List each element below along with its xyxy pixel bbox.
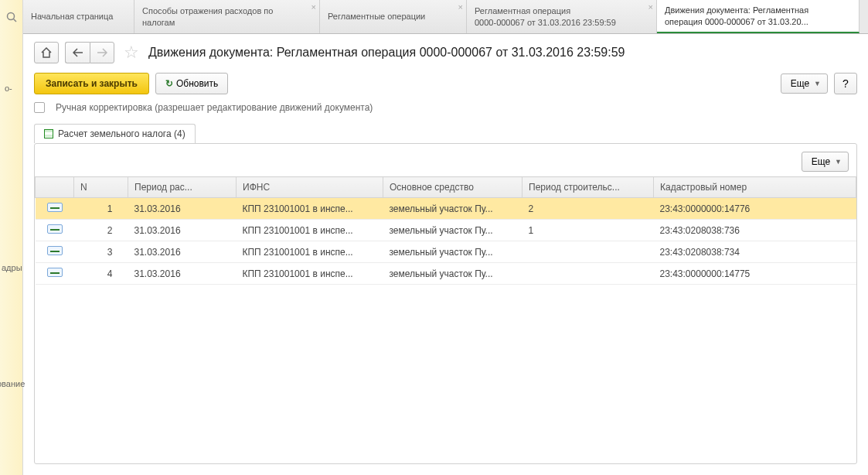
command-bar: Записать и закрыть ↻ Обновить Еще ▼ ?	[23, 63, 868, 97]
tab-label-line: Движения документа: Регламентная	[665, 5, 851, 16]
cell[interactable]: 23:43:0208038:734	[654, 241, 856, 263]
tab-label-line: 0000-000067 от 31.03.2016 23:59:59	[475, 17, 648, 29]
cell[interactable]: КПП 231001001 в инспе...	[237, 241, 383, 263]
cell[interactable]	[523, 241, 654, 263]
table-row[interactable]: 431.03.2016КПП 231001001 в инспе...земел…	[36, 263, 856, 285]
record-tab-land-tax[interactable]: Расчет земельного налога (4)	[34, 124, 196, 143]
table-row[interactable]: 231.03.2016КПП 231001001 в инспе...земел…	[36, 220, 856, 241]
refresh-label: Обновить	[176, 78, 218, 89]
col-icon[interactable]	[36, 177, 74, 198]
help-button[interactable]: ?	[834, 73, 857, 94]
sidebar-fragment: о-	[5, 84, 12, 93]
table-row[interactable]: 331.03.2016КПП 231001001 в инспе...земел…	[36, 241, 856, 263]
cell[interactable]: земельный участок Пу...	[383, 263, 523, 285]
page-title: Движения документа: Регламентная операци…	[148, 46, 625, 60]
more-label: Еще	[812, 156, 830, 167]
nav-group	[65, 42, 114, 63]
favorite-star-icon[interactable]: ☆	[124, 43, 139, 63]
manual-edit-label: Ручная корректировка (разрешает редактир…	[56, 102, 373, 113]
cell[interactable]: КПП 231001001 в инспе...	[237, 220, 383, 241]
app-tab[interactable]: Регламентные операции×	[320, 0, 467, 33]
app-tab[interactable]: Начальная страница	[23, 0, 134, 33]
tab-label-line: Начальная страница	[31, 11, 126, 22]
tab-label-line: операция 0000-000067 от 31.03.20...	[665, 16, 851, 28]
cell[interactable]: земельный участок Пу...	[383, 220, 523, 241]
col-ps[interactable]: Период строительс...	[523, 177, 654, 198]
left-sidebar: о- адры ование	[0, 0, 23, 475]
record-tabs: Расчет земельного налога (4)	[23, 124, 868, 143]
app-tab[interactable]: Регламентная операция0000-000067 от 31.0…	[467, 0, 657, 33]
record-tab-label: Расчет земельного налога (4)	[58, 128, 186, 139]
close-icon[interactable]: ×	[458, 2, 463, 12]
sidebar-fragment: адры	[2, 263, 22, 272]
cell[interactable]: 23:43:0000000:14776	[654, 198, 856, 220]
records-panel: Еще ▼ N Период рас... ИФНС Основное сред…	[34, 143, 857, 464]
tab-label-line: Способы отражения расходов по	[142, 5, 311, 17]
tab-label-line: Регламентные операции	[328, 11, 458, 22]
panel-more-button[interactable]: Еще ▼	[802, 152, 849, 172]
save-and-close-button[interactable]: Записать и закрыть	[34, 73, 149, 94]
manual-edit-row: Ручная корректировка (разрешает редактир…	[23, 97, 868, 124]
col-ifns[interactable]: ИФНС	[237, 177, 383, 198]
chevron-down-icon: ▼	[835, 158, 842, 166]
cell[interactable]: 2	[74, 220, 128, 241]
cell[interactable]: 31.03.2016	[128, 220, 237, 241]
cell[interactable]: 1	[523, 220, 654, 241]
table-row[interactable]: 131.03.2016КПП 231001001 в инспе...земел…	[36, 198, 856, 220]
close-icon[interactable]: ×	[648, 2, 653, 12]
app-tab[interactable]: Движения документа: Регламентнаяоперация…	[657, 0, 859, 33]
col-kn[interactable]: Кадастровый номер	[654, 177, 856, 198]
records-table[interactable]: N Период рас... ИФНС Основное средство П…	[35, 176, 856, 285]
cell[interactable]	[36, 198, 74, 220]
tab-label-line: налогам	[142, 17, 311, 29]
cell[interactable]	[36, 263, 74, 285]
grid-icon	[44, 129, 53, 138]
tab-label-line: Регламентная операция	[475, 5, 648, 17]
refresh-button[interactable]: ↻ Обновить	[155, 73, 228, 94]
record-type-icon	[47, 224, 63, 234]
cell[interactable]: 31.03.2016	[128, 263, 237, 285]
cell[interactable]	[523, 263, 654, 285]
forward-button[interactable]	[90, 42, 114, 63]
cell[interactable]: 4	[74, 263, 128, 285]
cell[interactable]: 23:43:0000000:14775	[654, 263, 856, 285]
cell[interactable]: 3	[74, 241, 128, 263]
cell[interactable]: земельный участок Пу...	[383, 241, 523, 263]
col-os[interactable]: Основное средство	[383, 177, 523, 198]
page-header: ☆ Движения документа: Регламентная опера…	[23, 34, 868, 63]
search-icon[interactable]	[4, 9, 19, 25]
cell[interactable]: 1	[74, 198, 128, 220]
cell[interactable]: 2	[523, 198, 654, 220]
col-period[interactable]: Период рас...	[128, 177, 237, 198]
more-label: Еще	[791, 78, 809, 89]
app-tab[interactable]: Способы отражения расходов поналогам×	[134, 0, 320, 33]
cell[interactable]: земельный участок Пу...	[383, 198, 523, 220]
cell[interactable]	[36, 220, 74, 241]
record-type-icon	[47, 268, 63, 277]
cell[interactable]: КПП 231001001 в инспе...	[237, 263, 383, 285]
svg-line-1	[13, 19, 16, 22]
svg-point-0	[7, 13, 14, 20]
cell[interactable]: 31.03.2016	[128, 198, 237, 220]
col-n[interactable]: N	[74, 177, 128, 198]
sidebar-fragment: ование	[0, 379, 25, 388]
cell[interactable]: 31.03.2016	[128, 241, 237, 263]
home-button[interactable]	[34, 42, 59, 63]
back-button[interactable]	[65, 42, 90, 63]
record-type-icon	[47, 203, 63, 212]
cell[interactable]: КПП 231001001 в инспе...	[237, 198, 383, 220]
refresh-icon: ↻	[165, 78, 173, 89]
cell[interactable]	[36, 241, 74, 263]
more-button[interactable]: Еще ▼	[781, 73, 828, 94]
manual-edit-checkbox[interactable]	[34, 102, 45, 113]
close-icon[interactable]: ×	[311, 2, 316, 12]
chevron-down-icon: ▼	[814, 80, 821, 87]
app-tabs: Начальная страницаСпособы отражения расх…	[23, 0, 868, 34]
record-type-icon	[47, 246, 63, 255]
cell[interactable]: 23:43:0208038:736	[654, 220, 856, 241]
